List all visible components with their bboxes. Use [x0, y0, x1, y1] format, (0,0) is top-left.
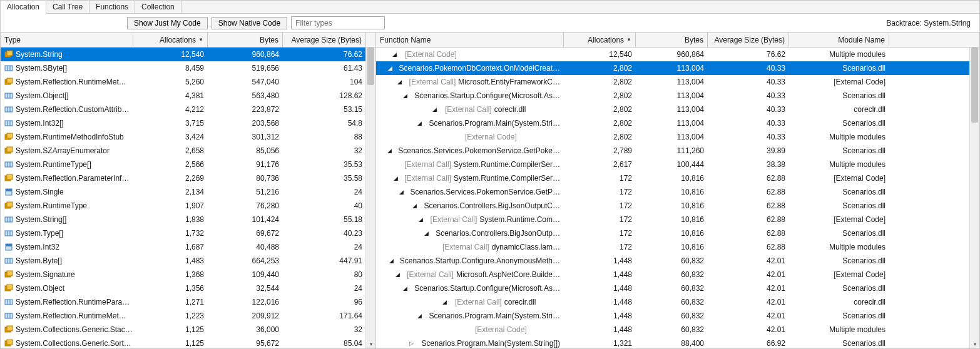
collapse-icon[interactable]: ◢ — [388, 258, 394, 264]
avg-cell: 39.89 — [708, 144, 789, 158]
array-icon — [4, 229, 13, 238]
table-row[interactable]: System.RuntimeType[]2,56691,17635.53 — [1, 158, 375, 171]
collapse-icon[interactable]: ◢ — [418, 216, 424, 223]
collapse-icon[interactable]: ◢ — [431, 106, 437, 113]
function-label: Scenarios.Services.PokemonService.GetPok… — [398, 144, 560, 158]
tab-allocation[interactable]: Allocation — [1, 1, 46, 14]
collapse-icon[interactable]: ◢ — [391, 51, 397, 58]
table-row[interactable]: System.Single2,13451,21624 — [1, 185, 375, 199]
table-row[interactable]: [External Call] dynamicClass.lam…17210,8… — [376, 240, 979, 254]
table-row[interactable]: System.Int321,68740,48824 — [1, 240, 375, 254]
table-row[interactable]: ◢[External Call] coreclr.dll1,44860,8324… — [376, 295, 979, 309]
svg-rect-43 — [7, 285, 13, 290]
table-row[interactable]: System.RuntimeType1,90776,28040 — [1, 199, 375, 213]
table-row[interactable]: System.Signature1,368109,44080 — [1, 268, 375, 281]
table-row[interactable]: System.Reflection.RuntimeMet…1,223209,91… — [1, 309, 375, 323]
expand-icon[interactable]: ▷ — [408, 340, 414, 346]
table-row[interactable]: [External Call] System.Runtime.CompilerS… — [376, 158, 979, 171]
table-row[interactable]: ◢Scenarios.Startup.Configure(Microsoft.A… — [376, 281, 979, 295]
col-avg-size[interactable]: Average Size (Bytes) — [283, 33, 366, 47]
table-row[interactable]: ◢Scenarios.Startup.Configure(Microsoft.A… — [376, 89, 979, 103]
tab-call-tree[interactable]: Call Tree — [46, 1, 89, 13]
scrollbar-thumb[interactable] — [971, 48, 978, 123]
table-row[interactable]: System.Object1,35632,54424 — [1, 281, 375, 295]
table-row[interactable]: ◢[External Code]12,540960,86476.62Multip… — [376, 48, 979, 61]
col-avg-size[interactable]: Average Size (Bytes) — [708, 33, 789, 47]
table-row[interactable]: System.String12,540960,86476.62 — [1, 48, 375, 61]
table-row[interactable]: ◢Scenarios.PokemonDbContext.OnModelCreat… — [376, 61, 979, 75]
table-row[interactable]: ◢Scenarios.Services.PokemonService.GetP…… — [376, 185, 979, 199]
collapse-icon[interactable]: ◢ — [417, 313, 423, 319]
function-cell: ◢Scenarios.Program.Main(System.Stri… — [376, 116, 564, 130]
col-type[interactable]: Type — [1, 33, 133, 47]
allocations-cell: 2,566 — [133, 158, 208, 171]
table-row[interactable]: System.Collections.Generic.Stac…1,12536,… — [1, 323, 375, 336]
col-allocations[interactable]: Allocations▼ — [564, 33, 636, 47]
bytes-cell: 32,544 — [208, 281, 283, 295]
svg-rect-17 — [7, 133, 13, 138]
tab-functions[interactable]: Functions — [89, 1, 135, 13]
col-module-name[interactable]: Module Name — [789, 33, 889, 47]
show-native-code-button[interactable]: Show Native Code — [212, 17, 287, 29]
collapse-icon[interactable]: ◢ — [412, 203, 418, 209]
table-row[interactable]: [External Code]2,802113,00440.33Multiple… — [376, 130, 979, 144]
table-row[interactable]: System.Byte[]1,483664,253447.91 — [1, 254, 375, 268]
table-row[interactable]: ◢Scenarios.Program.Main(System.Stri…2,80… — [376, 116, 979, 130]
collapse-icon[interactable]: ◢ — [402, 93, 408, 99]
show-just-my-code-button[interactable]: Show Just My Code — [127, 17, 208, 29]
table-row[interactable]: System.SByte[]8,459519,65661.43 — [1, 61, 375, 75]
table-row[interactable]: ◢Scenarios.Controllers.BigJsonOutputC…17… — [376, 199, 979, 213]
table-row[interactable]: System.SZArrayEnumerator2,65885,05632 — [1, 144, 375, 158]
table-row[interactable]: System.String[]1,838101,42455.18 — [1, 213, 375, 226]
collapse-icon[interactable]: ◢ — [387, 148, 393, 154]
table-row[interactable]: ◢[External Call] System.Runtime.Com…1721… — [376, 213, 979, 226]
table-row[interactable]: ◢[External Call] Microsoft.AspNetCore.Bu… — [376, 268, 979, 281]
collapse-icon[interactable]: ◢ — [387, 65, 394, 71]
filter-types-input[interactable] — [291, 16, 385, 29]
table-row[interactable]: ▷Scenarios.Program.Main(System.String[])… — [376, 336, 979, 348]
table-row[interactable]: ◢Scenarios.Controllers.BigJsonOutp…17210… — [376, 226, 979, 240]
module-cell: Scenarios.dll — [789, 199, 889, 213]
table-row[interactable]: System.Reflection.ParameterInf…2,26980,7… — [1, 171, 375, 185]
collapse-icon[interactable]: ◢ — [397, 79, 403, 85]
collapse-icon[interactable]: ◢ — [416, 120, 422, 126]
avg-cell: 24 — [283, 240, 366, 254]
avg-cell: 32 — [283, 144, 366, 158]
scrollbar-thumb[interactable] — [367, 48, 374, 85]
col-bytes[interactable]: Bytes — [208, 33, 283, 47]
table-row[interactable]: System.Int32[]3,715203,56854.8 — [1, 116, 375, 130]
bytes-cell: 60,832 — [636, 309, 708, 323]
col-function-name[interactable]: Function Name — [376, 33, 564, 47]
backtrace-label: Backtrace: System.String — [886, 19, 976, 28]
tab-collection[interactable]: Collection — [135, 1, 181, 13]
scroll-down-icon[interactable]: ▾ — [970, 340, 979, 348]
scrollbar-vertical[interactable]: ▾ — [969, 48, 979, 348]
collapse-icon[interactable]: ◢ — [423, 230, 429, 236]
table-row[interactable]: System.RuntimeMethodInfoStub3,424301,312… — [1, 130, 375, 144]
collapse-icon[interactable]: ◢ — [392, 175, 399, 181]
scroll-down-icon[interactable]: ▾ — [366, 340, 375, 348]
backtrace-rows[interactable]: ◢[External Code]12,540960,86476.62Multip… — [376, 48, 979, 348]
scrollbar-vertical[interactable]: ▾ — [365, 48, 375, 348]
table-row[interactable]: System.Object[]4,381563,480128.62 — [1, 89, 375, 103]
col-bytes[interactable]: Bytes — [636, 33, 708, 47]
types-rows[interactable]: System.String12,540960,86476.62System.SB… — [1, 48, 375, 348]
table-row[interactable]: ◢[External Call] coreclr.dll2,802113,004… — [376, 103, 979, 116]
allocations-cell: 1,125 — [133, 323, 208, 336]
collapse-icon[interactable]: ◢ — [441, 299, 447, 305]
col-allocations[interactable]: Allocations▼ — [133, 33, 208, 47]
table-row[interactable]: [External Code]1,44860,83242.01Multiple … — [376, 323, 979, 336]
collapse-icon[interactable]: ◢ — [402, 285, 409, 291]
table-row[interactable]: ◢[External Call] System.Runtime.Compiler… — [376, 171, 979, 185]
table-row[interactable]: ◢[External Call] Microsoft.EntityFramewo… — [376, 75, 979, 89]
table-row[interactable]: System.Collections.Generic.Sort…1,12595,… — [1, 336, 375, 348]
table-row[interactable]: System.Reflection.RuntimePara…1,271122,0… — [1, 295, 375, 309]
table-row[interactable]: ◢Scenarios.Program.Main(System.Stri…1,44… — [376, 309, 979, 323]
table-row[interactable]: System.Type[]1,73269,67240.23 — [1, 226, 375, 240]
table-row[interactable]: ◢Scenarios.Startup.Configure.AnonymousMe… — [376, 254, 979, 268]
table-row[interactable]: ◢Scenarios.Services.PokemonService.GetPo… — [376, 144, 979, 158]
collapse-icon[interactable]: ◢ — [398, 189, 404, 195]
collapse-icon[interactable]: ◢ — [395, 271, 401, 278]
table-row[interactable]: System.Reflection.RuntimeMet…5,260547,04… — [1, 75, 375, 89]
table-row[interactable]: System.Reflection.CustomAttrib…4,212223,… — [1, 103, 375, 116]
